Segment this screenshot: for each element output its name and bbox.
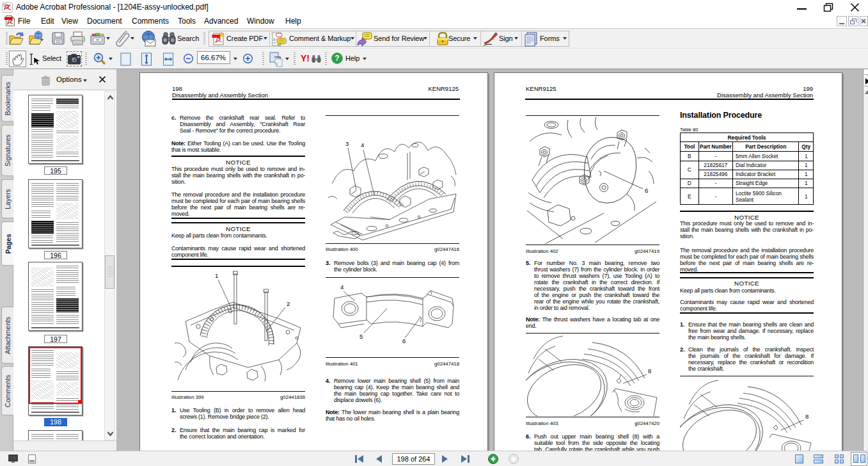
svg-text:6: 6 bbox=[645, 187, 648, 194]
svg-text:2: 2 bbox=[287, 300, 290, 307]
svg-text:4: 4 bbox=[340, 284, 343, 291]
svg-text:?: ? bbox=[335, 54, 339, 63]
svg-text:8: 8 bbox=[805, 413, 809, 420]
svg-text:8: 8 bbox=[648, 367, 651, 374]
svg-text:4: 4 bbox=[361, 141, 364, 149]
svg-text:1: 1 bbox=[215, 272, 218, 279]
svg-text:5: 5 bbox=[359, 333, 363, 340]
svg-text:6: 6 bbox=[402, 337, 406, 344]
svg-text:3: 3 bbox=[345, 140, 349, 147]
